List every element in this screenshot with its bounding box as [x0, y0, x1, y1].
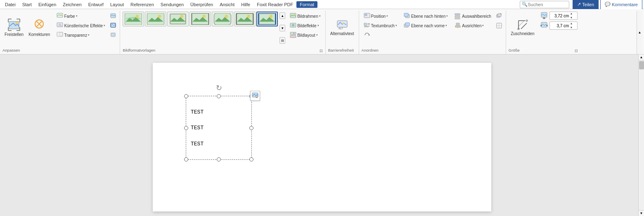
drehen-button[interactable] [362, 31, 399, 40]
height-input[interactable] [551, 14, 569, 18]
img-icon3-button[interactable] [109, 31, 117, 40]
svg-point-1 [15, 22, 18, 24]
svg-rect-64 [455, 18, 460, 19]
svg-rect-59 [404, 13, 408, 17]
style-thumbs-container [123, 12, 278, 26]
bildformat-content: ▲ ▼ ⊟ Bildrahmen ▾ [123, 12, 323, 47]
image-line-1: TEST [191, 109, 247, 115]
farbe-label: Farbe [64, 14, 75, 19]
menu-referenzen[interactable]: Referenzen [127, 1, 157, 8]
barrierefreiheit-label-row: Barrierefreiheit [328, 47, 356, 53]
ausrichten-button[interactable]: Ausrichten ▾ [452, 21, 493, 30]
svg-rect-66 [456, 23, 459, 25]
style-thumb-2[interactable] [145, 12, 166, 26]
transparenz-button[interactable]: Transparenz ▾ [54, 31, 107, 40]
anordnen-icon1 [496, 13, 502, 19]
transparenz-icon [57, 32, 63, 38]
svg-rect-69 [498, 14, 501, 17]
height-up-arrow[interactable]: ▲ [570, 12, 573, 16]
height-down-arrow[interactable]: ▼ [570, 16, 573, 20]
document-scrollbar[interactable]: ▲ ▼ [638, 55, 644, 216]
scroll-down-button[interactable]: ▼ [279, 25, 285, 31]
anordnen-icon1-button[interactable] [495, 12, 503, 21]
textumbruch-button[interactable]: Textumbruch ▾ [362, 21, 399, 30]
groesse-expand-icon[interactable]: ⊡ [575, 49, 578, 53]
menu-entwurf[interactable]: Entwurf [85, 1, 107, 8]
menu-datei[interactable]: Datei [2, 1, 19, 8]
rotate-handle[interactable]: ↻ [216, 83, 222, 93]
layout-button-icon [251, 92, 259, 100]
bildformat-label: Bildformatvorlagen [123, 48, 155, 53]
scroll-expand-button[interactable]: ⊟ [279, 37, 285, 44]
textumbruch-dropdown: ▾ [395, 24, 397, 27]
bildrahmen-button[interactable]: Bildrahmen ▾ [288, 12, 323, 21]
img-icon2-button[interactable] [109, 21, 117, 30]
ribbon-group-bildformat: ▲ ▼ ⊟ Bildrahmen ▾ [120, 11, 326, 54]
style-thumb-6[interactable] [234, 12, 256, 26]
menu-ansicht[interactable]: Ansicht [216, 1, 238, 8]
scrollbar-up[interactable]: ▲ [639, 55, 644, 60]
width-up-arrow[interactable]: ▲ [570, 21, 573, 26]
search-icon: 🔍 [522, 2, 528, 7]
ebene-hinten-button[interactable]: Ebene nach hinten ▾ [402, 12, 450, 21]
style-thumb-5[interactable] [212, 12, 233, 26]
farbe-button[interactable]: Farbe ▾ [54, 12, 107, 21]
scroll-up-button[interactable]: ▲ [279, 12, 285, 19]
ribbon-collapse-button[interactable]: ▲ [637, 11, 642, 54]
search-input[interactable] [528, 2, 561, 7]
bildformat-expand-icon[interactable]: ⊡ [320, 49, 323, 53]
style-thumb-3[interactable] [167, 12, 189, 26]
share-icon: ↗ [577, 2, 581, 7]
height-arrows: ▲ ▼ [570, 12, 573, 20]
bildrahmen-icon [290, 13, 296, 19]
auswahlbereich-button[interactable]: Auswahlbereich [452, 12, 493, 21]
menu-format[interactable]: Format [296, 1, 317, 8]
svg-point-9 [58, 25, 59, 26]
scrollbar-down[interactable]: ▼ [639, 210, 644, 216]
menu-einfuegen[interactable]: Einfügen [35, 1, 59, 8]
style-thumbs-row1 [123, 12, 278, 26]
img-icon1-button[interactable] [109, 12, 117, 21]
scrollbar-thumb[interactable] [639, 61, 644, 69]
menu-start[interactable]: Start [19, 1, 35, 8]
menu-zeichnen[interactable]: Zeichnen [59, 1, 85, 8]
alternativtext-button[interactable]: ALT Alternativtext [328, 12, 356, 43]
svg-rect-37 [259, 13, 276, 25]
menu-foxit[interactable]: Foxit Reader PDF [253, 1, 296, 8]
svg-point-38 [270, 15, 272, 18]
width-down-arrow[interactable]: ▼ [570, 26, 573, 30]
search-box[interactable]: 🔍 [520, 1, 569, 8]
svg-rect-45 [294, 32, 296, 35]
style-thumb-7[interactable] [256, 12, 278, 26]
style-thumb-1[interactable] [123, 12, 144, 26]
menu-hilfe[interactable]: Hilfe [238, 1, 253, 8]
textumbruch-label: Textumbruch [371, 24, 395, 28]
position-button[interactable]: Position ▾ [362, 12, 399, 21]
anordnen-icon2-button[interactable] [495, 21, 503, 30]
height-spinner[interactable]: ▲ ▼ [549, 12, 578, 20]
ebene-vorne-icon [404, 22, 410, 29]
width-arrows: ▲ ▼ [570, 21, 573, 30]
freistellen-label: Freistellen [5, 32, 24, 37]
menu-ueberpruefen[interactable]: Überprüfen [187, 1, 216, 8]
width-spinner[interactable]: ▲ ▼ [549, 21, 578, 30]
width-input[interactable] [551, 24, 569, 28]
svg-text:ALT: ALT [339, 27, 343, 30]
bildeffekte-button[interactable]: Bildeffekte ▾ [288, 21, 323, 30]
anordnen-label: Anordnen [362, 48, 379, 53]
ebene-vorne-button[interactable]: Ebene nach vorne ▾ [402, 21, 450, 30]
zuschneiden-button[interactable]: Zuschneiden [509, 12, 536, 43]
bildlayout-button[interactable]: Bildlayout ▾ [288, 31, 323, 40]
freistellen-icon [7, 18, 21, 31]
korrekturen-button[interactable]: Korrekturen [26, 12, 52, 43]
style-thumb-4[interactable] [189, 12, 211, 26]
kuenstlerische-button[interactable]: Künstlerische Effekte ▾ [54, 21, 107, 30]
menu-sendungen[interactable]: Sendungen [157, 1, 187, 8]
groesse-content: Zuschneiden ▲ ▼ [509, 12, 578, 47]
auswahlbereich-label: Auswahlbereich [462, 14, 491, 19]
freistellen-button[interactable]: Freistellen [2, 12, 26, 43]
teilen-button[interactable]: ↗ Teilen [573, 0, 599, 9]
selected-image-container[interactable]: ↻ [186, 96, 252, 160]
menu-layout[interactable]: Layout [107, 1, 127, 8]
kommentare-button[interactable]: 💬 Kommentare [600, 0, 642, 9]
